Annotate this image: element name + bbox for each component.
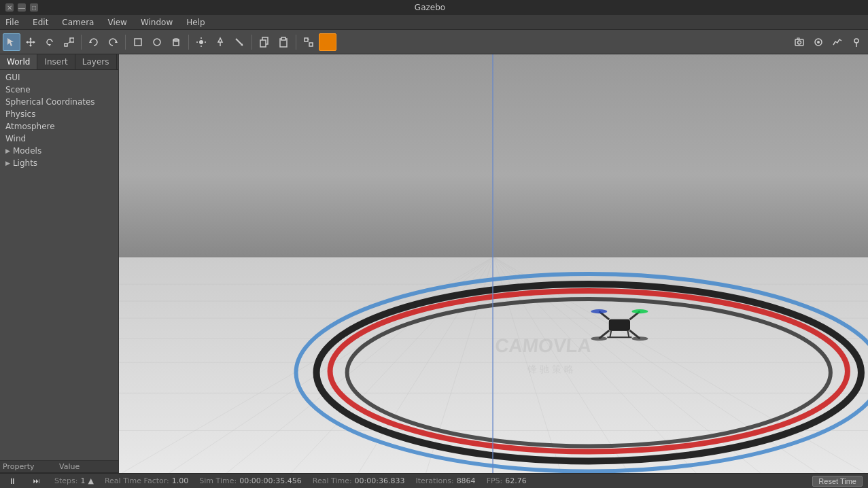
tree-item-atmosphere-label: Atmosphere	[5, 122, 55, 131]
svg-point-16	[199, 40, 203, 44]
main-layout: World Insert Layers GUI Scene Spherical …	[0, 54, 868, 473]
separator-1	[81, 35, 82, 50]
iterations-status: Iterations: 8864	[416, 476, 476, 485]
undo-button[interactable]	[85, 33, 103, 51]
svg-point-32	[324, 38, 332, 46]
redo-button[interactable]	[104, 33, 122, 51]
tree-item-wind[interactable]: Wind	[0, 133, 118, 145]
real-time-value: 00:00:36.833	[355, 476, 405, 485]
fps-status: FPS: 62.76	[487, 476, 527, 485]
separator-2	[125, 35, 126, 50]
properties-header: Property Value	[0, 461, 118, 473]
select-tool-button[interactable]	[3, 33, 20, 51]
insert-cylinder-button[interactable]	[167, 33, 185, 51]
separator-3	[188, 35, 189, 50]
step-button[interactable]: ⏭	[30, 474, 44, 488]
menu-help[interactable]: Help	[184, 16, 207, 29]
minimize-button[interactable]: —	[18, 3, 26, 12]
spot-light-button[interactable]	[211, 33, 229, 51]
screenshot-button[interactable]	[791, 33, 808, 51]
reset-time-button[interactable]: Reset Time	[812, 476, 863, 487]
tree-item-spherical-label: Spherical Coordinates	[5, 97, 95, 107]
menu-window[interactable]: Window	[138, 16, 175, 29]
record-button[interactable]	[810, 33, 827, 51]
left-panel: World Insert Layers GUI Scene Spherical …	[0, 54, 119, 473]
point-light-button[interactable]	[192, 33, 210, 51]
translate-tool-button[interactable]	[22, 33, 39, 51]
titlebar: ✕ — □ Gazebo	[0, 0, 868, 15]
svg-point-79	[631, 336, 648, 341]
tree-item-physics-label: Physics	[5, 109, 35, 119]
properties-panel: Property Value	[0, 460, 118, 473]
svg-point-34	[798, 41, 801, 44]
svg-rect-7	[65, 43, 67, 46]
tree-item-lights[interactable]: Lights	[0, 157, 118, 169]
tree-item-spherical-coordinates[interactable]: Spherical Coordinates	[0, 96, 118, 108]
dir-light-button[interactable]	[230, 33, 248, 51]
menu-camera[interactable]: Camera	[59, 16, 97, 29]
pin-button[interactable]	[848, 33, 865, 51]
svg-point-13	[154, 39, 160, 46]
tree-item-gui[interactable]: GUI	[0, 71, 118, 84]
snap-button[interactable]	[300, 33, 317, 51]
tree-item-gui-label: GUI	[5, 73, 20, 82]
steps-label: Steps:	[54, 476, 77, 485]
svg-rect-26	[260, 40, 266, 47]
left-tabs: World Insert Layers	[0, 54, 118, 70]
titlebar-controls: ✕ — □	[5, 3, 38, 12]
svg-rect-12	[135, 39, 141, 46]
sim-time-label: Sim Time:	[199, 476, 237, 485]
realtime-factor-status: Real Time Factor: 1.00	[105, 476, 188, 485]
tab-world[interactable]: World	[0, 54, 37, 69]
pause-button[interactable]: ⏸	[5, 474, 19, 488]
steps-arrow: ▲	[88, 476, 93, 485]
maximize-button[interactable]: □	[30, 3, 38, 12]
fps-label: FPS:	[487, 476, 503, 485]
svg-rect-40	[119, 54, 868, 257]
steps-value: 1	[80, 476, 85, 485]
app-title: Gazebo	[415, 3, 445, 12]
iterations-label: Iterations:	[416, 476, 454, 485]
svg-line-9	[67, 42, 70, 43]
real-time-label: Real Time:	[313, 476, 352, 485]
svg-point-38	[854, 39, 858, 43]
orange-tool-button[interactable]	[319, 33, 336, 51]
plot-button[interactable]	[829, 33, 846, 51]
tree-item-lights-label: Lights	[13, 158, 37, 168]
value-col-label: Value	[59, 462, 116, 471]
svg-text:CAMOVLA: CAMOVLA	[494, 335, 592, 356]
copy-button[interactable]	[256, 33, 273, 51]
svg-rect-35	[797, 38, 799, 39]
fps-value: 62.76	[505, 476, 527, 485]
insert-sphere-button[interactable]	[148, 33, 166, 51]
tab-layers[interactable]: Layers	[75, 54, 117, 69]
menu-view[interactable]: View	[105, 16, 129, 29]
scale-tool-button[interactable]	[60, 33, 77, 51]
svg-marker-21	[218, 38, 222, 42]
iterations-value: 8864	[457, 476, 476, 485]
close-button[interactable]: ✕	[5, 3, 14, 12]
statusbar: ⏸ ⏭ Steps: 1 ▲ Real Time Factor: 1.00 Si…	[0, 473, 868, 488]
tree-item-models-label: Models	[13, 146, 41, 156]
svg-rect-28	[281, 37, 285, 40]
insert-box-button[interactable]	[129, 33, 147, 51]
svg-point-77	[631, 309, 648, 313]
rotate-tool-button[interactable]	[41, 33, 58, 51]
tree-item-atmosphere[interactable]: Atmosphere	[0, 120, 118, 133]
toolbar-right	[791, 33, 865, 51]
menu-file[interactable]: File	[3, 16, 22, 29]
svg-point-37	[817, 41, 820, 43]
paste-button[interactable]	[275, 33, 292, 51]
svg-text:锋 驰 策 略: 锋 驰 策 略	[527, 364, 574, 374]
left-tree: GUI Scene Spherical Coordinates Physics …	[0, 70, 118, 460]
tree-item-scene[interactable]: Scene	[0, 84, 118, 96]
realtime-factor-label: Real Time Factor:	[105, 476, 169, 485]
scene-3d: CAMOVLA 锋 驰 策 略	[119, 54, 868, 473]
viewport[interactable]: CAMOVLA 锋 驰 策 略	[119, 54, 868, 473]
svg-marker-5	[33, 41, 35, 43]
menu-edit[interactable]: Edit	[30, 16, 51, 29]
tree-item-physics[interactable]: Physics	[0, 108, 118, 120]
tree-item-models[interactable]: Models	[0, 145, 118, 157]
realtime-factor-value: 1.00	[172, 476, 189, 485]
tab-insert[interactable]: Insert	[37, 54, 75, 69]
